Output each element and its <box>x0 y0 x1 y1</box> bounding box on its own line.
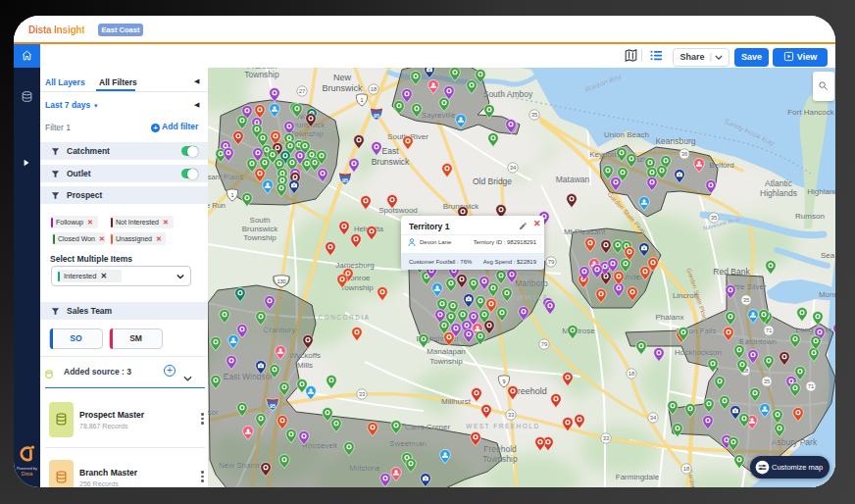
svg-text:Marlboro: Marlboro <box>515 278 548 288</box>
svg-text:Township: Township <box>243 233 277 242</box>
svg-text:Monm: Monm <box>819 290 835 299</box>
svg-text:Cranbury: Cranbury <box>264 326 296 334</box>
svg-text:36: 36 <box>681 151 688 157</box>
svg-text:Spotswood: Spotswood <box>378 206 418 215</box>
svg-text:New Sharon: New Sharon <box>219 461 262 470</box>
svg-text:CONCORDIA: CONCORDIA <box>318 314 370 321</box>
svg-text:Belford: Belford <box>709 161 733 170</box>
svg-text:Township: Township <box>482 454 518 464</box>
svg-text:Rumson: Rumson <box>795 212 825 221</box>
svg-text:34: 34 <box>650 415 657 421</box>
svg-text:Wyckoffs: Wyckoffs <box>289 351 321 360</box>
svg-text:27: 27 <box>299 88 306 94</box>
svg-text:Township: Township <box>429 357 463 366</box>
svg-text:79: 79 <box>541 341 548 347</box>
svg-text:Matawan: Matawan <box>556 175 590 184</box>
svg-text:33: 33 <box>359 391 366 397</box>
svg-text:95: 95 <box>342 177 348 183</box>
svg-text:130: 130 <box>277 278 285 284</box>
svg-text:Montrose: Montrose <box>562 327 595 335</box>
svg-text:Old Bridge: Old Bridge <box>473 176 512 186</box>
svg-text:Carrs Corner: Carrs Corner <box>405 423 451 431</box>
svg-text:Red Bank: Red Bank <box>713 267 750 277</box>
svg-text:71: 71 <box>766 328 773 333</box>
svg-text:Freehold: Freehold <box>483 444 517 454</box>
svg-text:sor: sor <box>208 408 219 417</box>
svg-text:Hockhockson: Hockhockson <box>675 348 722 357</box>
svg-text:18: 18 <box>371 86 377 92</box>
svg-text:71: 71 <box>808 383 815 389</box>
svg-text:Mt Pleasant: Mt Pleasant <box>564 227 606 236</box>
svg-text:Jamesburg: Jamesburg <box>335 261 375 270</box>
svg-text:Brunswick: Brunswick <box>322 83 363 93</box>
svg-text:18: 18 <box>683 466 690 472</box>
svg-text:35: 35 <box>764 378 771 384</box>
svg-text:Fort Hancock: Fort Hancock <box>787 108 835 117</box>
svg-text:95: 95 <box>270 403 276 409</box>
svg-text:Eatontown: Eatontown <box>739 337 777 346</box>
svg-text:Millhurst: Millhurst <box>441 397 472 406</box>
svg-text:East Windsor: East Windsor <box>224 372 274 381</box>
svg-text:Township: Township <box>290 129 324 138</box>
svg-text:Atlantic: Atlantic <box>765 178 793 188</box>
svg-text:MORGANVILLE: MORGANVILLE <box>486 294 548 301</box>
svg-text:Union Beach: Union Beach <box>604 130 649 139</box>
svg-text:East: East <box>381 146 399 156</box>
svg-text:Highlands: Highlands <box>760 188 797 198</box>
svg-text:35: 35 <box>531 112 538 118</box>
svg-text:Keansburg: Keansburg <box>655 136 695 146</box>
svg-text:Brunswick: Brunswick <box>242 225 278 233</box>
svg-text:Millstone: Millstone <box>349 464 380 473</box>
svg-text:35: 35 <box>711 215 718 221</box>
svg-text:33: 33 <box>603 435 610 441</box>
svg-text:Sayreville: Sayreville <box>422 111 456 120</box>
svg-text:18: 18 <box>629 371 635 377</box>
svg-text:95: 95 <box>374 113 379 119</box>
svg-text:Phalanx: Phalanx <box>656 313 684 322</box>
svg-text:South: South <box>250 216 271 225</box>
svg-text:Keyport: Keyport <box>589 150 617 159</box>
svg-text:Brunswick: Brunswick <box>372 157 410 167</box>
svg-text:35: 35 <box>743 297 750 303</box>
svg-text:79: 79 <box>548 259 555 265</box>
svg-text:Township: Township <box>340 283 374 292</box>
svg-text:Roosevelt: Roosevelt <box>302 441 337 450</box>
svg-text:WEST FREEHOLD: WEST FREEHOLD <box>466 423 539 429</box>
svg-text:1: 1 <box>360 97 363 103</box>
svg-text:Long Bran: Long Bran <box>796 326 832 334</box>
svg-text:Township: Township <box>244 70 279 79</box>
svg-text:South Amboy: South Amboy <box>483 89 533 99</box>
svg-text:New: New <box>333 73 352 82</box>
svg-text:34: 34 <box>510 165 517 171</box>
svg-text:9: 9 <box>502 378 505 384</box>
svg-text:Manalapan: Manalapan <box>427 347 466 356</box>
svg-text:Highlands: Highlands <box>807 187 835 196</box>
svg-text:Mills: Mills <box>297 361 313 370</box>
svg-text:e Run: e Run <box>208 201 226 210</box>
svg-text:Farmingdale: Farmingdale <box>616 473 660 481</box>
svg-text:Sweetman: Sweetman <box>389 439 427 448</box>
svg-text:easant Plains: easant Plains <box>208 173 244 181</box>
svg-text:33: 33 <box>508 412 515 418</box>
svg-text:Asbury Park: Asbury Park <box>772 437 818 447</box>
svg-text:Sea: Sea <box>821 251 835 260</box>
svg-text:1: 1 <box>230 192 233 198</box>
